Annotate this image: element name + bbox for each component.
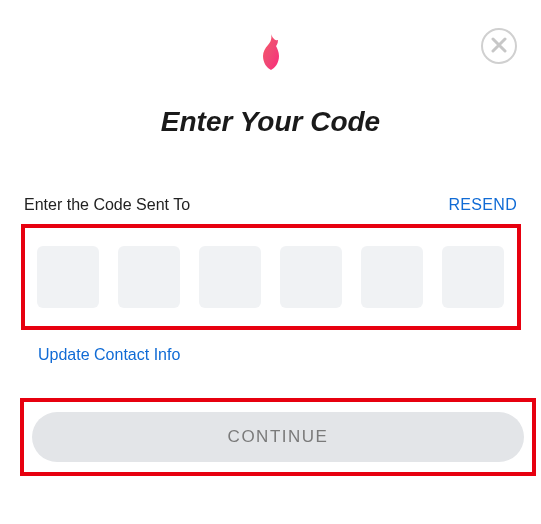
resend-link[interactable]: RESEND [449, 196, 517, 214]
code-digit-2[interactable] [118, 246, 180, 308]
close-button[interactable] [481, 28, 517, 64]
flame-icon [256, 34, 286, 74]
code-input-highlight [21, 224, 521, 330]
continue-highlight: CONTINUE [20, 398, 536, 476]
update-contact-link[interactable]: Update Contact Info [20, 346, 180, 364]
continue-button[interactable]: CONTINUE [32, 412, 524, 462]
close-icon [491, 37, 507, 56]
app-logo [20, 34, 521, 74]
prompt-text: Enter the Code Sent To [24, 196, 190, 214]
code-digit-1[interactable] [37, 246, 99, 308]
page-title: Enter Your Code [20, 106, 521, 138]
code-digit-4[interactable] [280, 246, 342, 308]
code-digit-6[interactable] [442, 246, 504, 308]
code-digit-3[interactable] [199, 246, 261, 308]
code-input-group [37, 246, 505, 308]
code-digit-5[interactable] [361, 246, 423, 308]
prompt-row: Enter the Code Sent To RESEND [20, 196, 521, 214]
